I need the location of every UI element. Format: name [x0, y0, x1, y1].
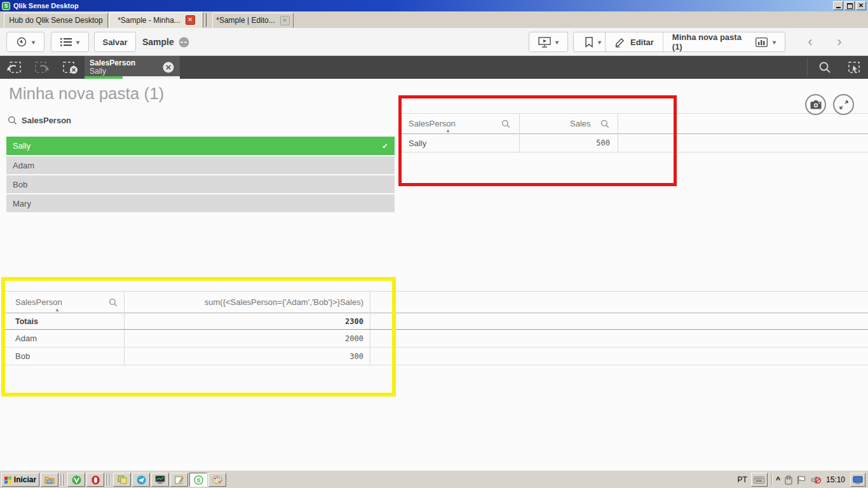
app-info-icon[interactable]	[179, 37, 189, 48]
list-item-label: Sally	[13, 141, 31, 151]
expand-icon	[839, 100, 849, 110]
opera-icon	[91, 475, 100, 485]
window-titlebar: S Qlik Sense Desktop ✕	[0, 0, 868, 11]
minimize-button[interactable]	[833, 1, 843, 10]
list-item-mary[interactable]: Mary	[6, 194, 395, 212]
remove-selection-icon[interactable]	[162, 61, 175, 74]
edit-button[interactable]: Editar	[606, 32, 663, 51]
bookmark-icon	[585, 37, 593, 48]
selections-bar: SalesPerson Sally	[0, 56, 868, 79]
close-button[interactable]: ✕	[856, 1, 866, 10]
chevron-down-icon: ▾	[773, 39, 776, 46]
filter-pane-header[interactable]: SalesPerson	[8, 116, 71, 125]
taskbar-notes-button[interactable]	[113, 473, 131, 487]
sheet-list-button[interactable]: ▾	[51, 32, 89, 52]
tab-close-icon[interactable]: ✕	[186, 15, 195, 25]
sales-table: SalesPerson ▲ Sales Sally 500	[400, 113, 868, 152]
table-header-row: SalesPerson ▲ sum({<SalesPerson={'Adam',…	[5, 291, 868, 313]
folder-icon	[44, 476, 55, 484]
list-item-bob[interactable]: Bob	[6, 175, 395, 193]
cell-sum-value: 2000	[124, 330, 363, 347]
redo-selection-icon[interactable]	[33, 60, 51, 74]
table-row[interactable]: Sally 500	[400, 134, 868, 152]
edit-button-label: Editar	[630, 37, 654, 47]
tab-sample-editor[interactable]: *Sample | Edito... ✕	[212, 13, 294, 28]
column-search-icon[interactable]	[109, 292, 118, 313]
selections-tool-icon[interactable]	[845, 60, 863, 74]
desktop-icon	[853, 476, 863, 484]
tab-sample-sheet-label: *Sample - Minha...	[118, 16, 180, 25]
table-row[interactable]: Adam 2000	[5, 330, 868, 348]
taskbar-qlik-sense-button[interactable]: S	[189, 473, 207, 487]
list-item-label: Bob	[13, 180, 27, 189]
fullscreen-button[interactable]	[833, 94, 854, 115]
chevron-down-icon: ▾	[32, 39, 35, 46]
clock[interactable]: 15:10	[825, 475, 846, 484]
app-title: Sample	[142, 32, 189, 52]
edit-sheet-group: Editar Minha nova pasta (1) ▾	[605, 32, 785, 52]
qlik-sense-icon: S	[194, 475, 203, 485]
next-sheet-button[interactable]: ›	[830, 33, 849, 51]
sheet-area: Minha nova pasta (1) SalesPerson Sally ✓…	[0, 79, 868, 470]
current-selection-salesperson[interactable]: SalesPerson Sally	[85, 56, 180, 79]
tab-close-icon[interactable]: ✕	[280, 16, 290, 25]
telegram-icon	[137, 475, 146, 485]
cell-salesperson[interactable]: Adam	[15, 330, 37, 347]
column-search-icon[interactable]	[600, 114, 609, 133]
pencil-icon	[614, 37, 625, 48]
taskbar-monitor-button[interactable]	[151, 473, 169, 487]
sticky-notes-icon	[118, 475, 127, 484]
collapse-tray-icon[interactable]: ^	[776, 475, 780, 484]
muted-speaker-icon[interactable]	[811, 475, 821, 485]
column-header-sales[interactable]: Sales	[570, 114, 591, 133]
sort-ascending-icon: ▲	[445, 128, 451, 133]
undo-selection-icon[interactable]	[5, 60, 23, 74]
navigation-menu-button[interactable]: ▾	[6, 32, 44, 52]
start-button[interactable]: Iniciar	[1, 473, 39, 487]
list-item-adam[interactable]: Adam	[6, 156, 395, 174]
column-search-icon[interactable]	[501, 114, 510, 133]
keyboard-tray-button[interactable]	[751, 473, 768, 487]
presentation-icon	[538, 37, 551, 48]
tab-separator	[206, 13, 207, 27]
save-button[interactable]: Salvar	[94, 32, 136, 52]
taskbar-app-v-button[interactable]	[67, 473, 85, 487]
keyboard-icon	[754, 477, 764, 484]
totals-row: Totais 2300	[5, 313, 868, 330]
language-indicator[interactable]: PT	[738, 475, 747, 484]
svg-text:S: S	[196, 477, 200, 483]
totals-value: 2300	[124, 313, 363, 329]
list-item-label: Adam	[13, 161, 34, 170]
smart-search-icon[interactable]	[816, 60, 834, 74]
restore-button[interactable]	[844, 1, 855, 10]
safely-remove-icon[interactable]	[784, 475, 793, 485]
list-icon	[60, 37, 72, 46]
flag-icon[interactable]	[797, 475, 807, 485]
show-desktop-button[interactable]	[850, 473, 865, 487]
totals-label: Totais	[15, 313, 38, 329]
filter-field-label: SalesPerson	[22, 116, 71, 125]
taskbar-paint-button[interactable]	[208, 473, 226, 487]
system-tray: PT ^ 15:10	[738, 473, 865, 487]
taskbar-notepad-button[interactable]	[170, 473, 188, 487]
sheet-selector-label: Minha nova pasta (1)	[672, 32, 750, 51]
storytelling-button[interactable]: ▾	[529, 32, 568, 52]
list-item-sally[interactable]: Sally ✓	[6, 137, 395, 155]
sheet-selector-button[interactable]: Minha nova pasta (1) ▾	[663, 32, 785, 51]
taskbar-telegram-button[interactable]	[132, 473, 150, 487]
tab-sample-sheet[interactable]: *Sample - Minha... ✕	[109, 12, 203, 28]
previous-sheet-button[interactable]: ‹	[801, 33, 820, 51]
search-icon	[8, 116, 17, 125]
table-row[interactable]: Bob 300	[5, 348, 868, 365]
cell-salesperson[interactable]: Sally	[409, 134, 426, 152]
tab-hub-label: Hub do Qlik Sense Desktop	[9, 16, 102, 25]
clear-selections-icon[interactable]	[61, 60, 79, 74]
qlik-logo-icon: S	[2, 2, 10, 10]
snapshot-button[interactable]	[805, 94, 826, 115]
taskbar-opera-button[interactable]	[86, 473, 104, 487]
tab-hub[interactable]: Hub do Qlik Sense Desktop	[4, 13, 108, 28]
cell-salesperson[interactable]: Bob	[15, 348, 30, 365]
taskbar-explorer-button[interactable]	[41, 473, 58, 487]
tab-bar: Hub do Qlik Sense Desktop *Sample - Minh…	[0, 11, 868, 28]
column-header-expression[interactable]: sum({<SalesPerson={'Adam','Bob'}>}Sales)	[124, 292, 363, 313]
